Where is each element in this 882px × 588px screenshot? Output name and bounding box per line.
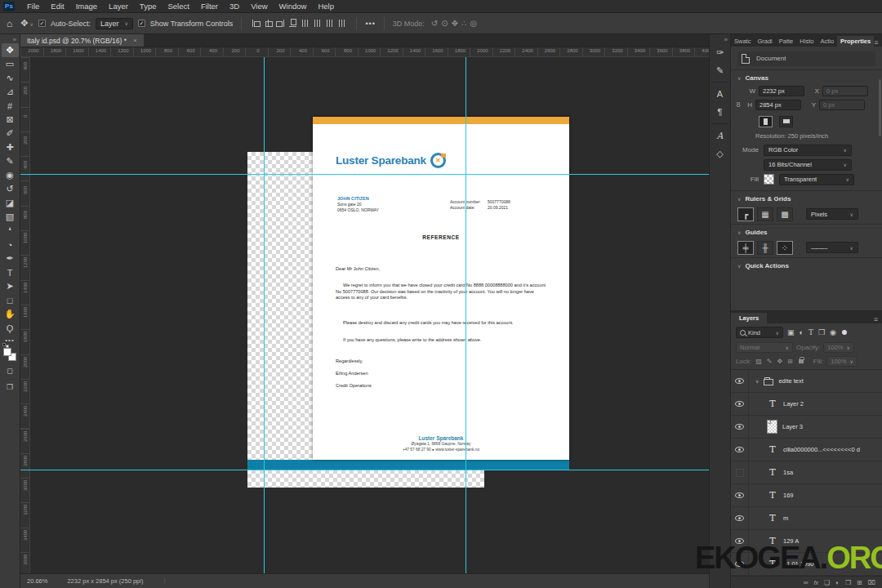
- glyphs-panel-icon[interactable]: A: [711, 127, 729, 145]
- layer-row[interactable]: TLayer 2: [731, 393, 882, 416]
- show-transform-checkbox[interactable]: ✓: [138, 20, 145, 27]
- layer-name[interactable]: cilla0000000...<<<<<<<<0 d: [783, 446, 860, 453]
- distribute-gaps-icon[interactable]: [337, 19, 346, 28]
- grid-toggle-icon[interactable]: ▦: [757, 207, 773, 221]
- foreground-color-swatch[interactable]: [3, 348, 11, 356]
- delete-layer-icon[interactable]: ⌧: [868, 579, 875, 586]
- status-menu-arrow-icon[interactable]: 〉: [163, 577, 169, 586]
- menu-select[interactable]: Select: [162, 0, 194, 12]
- visibility-cell[interactable]: [731, 507, 749, 529]
- menu-type[interactable]: Type: [134, 0, 163, 12]
- menu-3d[interactable]: 3D: [224, 0, 245, 12]
- filter-smart-objects-icon[interactable]: ◉: [830, 328, 836, 336]
- filter-shape-layers-icon[interactable]: ❒: [818, 328, 825, 336]
- distribute-left-icon[interactable]: [301, 19, 310, 28]
- ruler-units-dropdown[interactable]: Pixels∨: [806, 208, 858, 220]
- lock-guides-icon[interactable]: ╫: [757, 241, 773, 255]
- panel-tab-patte[interactable]: Patte: [776, 36, 797, 47]
- document-tab[interactable]: Italy id.psd @ 20.7% (RGB/16) * ×: [20, 34, 144, 47]
- dodge-tool[interactable]: ◔: [2, 238, 19, 252]
- show-guides-icon[interactable]: ╪: [737, 241, 754, 255]
- visibility-cell[interactable]: [731, 370, 749, 392]
- eraser-tool[interactable]: ◪: [2, 196, 19, 210]
- layers-tab[interactable]: Layers: [731, 313, 767, 323]
- eye-icon[interactable]: [735, 492, 744, 498]
- link-layers-icon[interactable]: ∞: [804, 579, 808, 586]
- document-page[interactable]: Luster Sparebank ✕ JOHN CITIZEN Sons gat…: [313, 117, 569, 460]
- layer-name[interactable]: 169: [783, 492, 794, 499]
- move-tool-options-icon[interactable]: ✥∨: [20, 18, 33, 29]
- eye-icon[interactable]: [735, 424, 744, 430]
- character-panel-icon[interactable]: A: [711, 85, 729, 103]
- distribute-center-icon[interactable]: [313, 19, 322, 28]
- color-swatches[interactable]: [3, 348, 16, 361]
- fill-swatch[interactable]: [764, 174, 774, 185]
- visibility-cell[interactable]: [731, 461, 749, 483]
- smart-guides-icon[interactable]: ⁘: [777, 241, 793, 255]
- guide-vertical[interactable]: [264, 57, 265, 573]
- 3d-scale-icon[interactable]: ◎: [470, 19, 477, 28]
- scrollbar[interactable]: [879, 79, 881, 136]
- eyedropper-tool[interactable]: ✐: [2, 127, 19, 140]
- align-bottom-edges-icon[interactable]: [288, 19, 297, 28]
- panel-tab-swatc[interactable]: Swatc: [731, 36, 754, 47]
- eye-icon[interactable]: [735, 378, 744, 384]
- menu-window[interactable]: Window: [274, 0, 313, 12]
- visibility-cell[interactable]: [731, 393, 749, 415]
- layer-row[interactable]: Tm: [731, 507, 882, 530]
- color-mode-dropdown[interactable]: RGB Color∨: [764, 145, 852, 156]
- visibility-cell[interactable]: [731, 484, 749, 506]
- menu-edit[interactable]: Edit: [45, 0, 69, 12]
- layer-name[interactable]: Layer 3: [782, 423, 803, 430]
- paragraph-panel-icon[interactable]: ¶: [711, 103, 729, 121]
- guide-horizontal[interactable]: [20, 174, 709, 175]
- 3d-drag-icon[interactable]: ✥: [452, 19, 458, 28]
- history-brush-tool[interactable]: ↺: [2, 182, 19, 196]
- canvas-section-header[interactable]: ∨Canvas: [731, 69, 882, 84]
- guide-horizontal[interactable]: [20, 470, 709, 470]
- quick-mask-icon[interactable]: ◻: [2, 363, 19, 377]
- gradient-tool[interactable]: ▧: [2, 210, 19, 224]
- auto-select-checkbox[interactable]: ✓: [38, 20, 46, 27]
- properties-document-row[interactable]: Document: [737, 51, 875, 66]
- menu-filter[interactable]: Filter: [195, 0, 224, 12]
- lock-transparency-icon[interactable]: ▨: [755, 358, 762, 365]
- lasso-tool[interactable]: ∿: [2, 71, 19, 85]
- adjustment-layer-icon[interactable]: ◐: [835, 579, 840, 586]
- rulers-grids-section-header[interactable]: ∨Rulers & Grids: [731, 190, 882, 205]
- panel-tab-histo[interactable]: Histo: [796, 36, 817, 47]
- portrait-orientation-button[interactable]: [759, 116, 773, 127]
- more-options-icon[interactable]: •••: [365, 20, 375, 28]
- zoom-level[interactable]: 20.66%: [27, 577, 47, 585]
- new-layer-icon[interactable]: ⊞: [857, 579, 862, 586]
- filter-kind-dropdown[interactable]: Kind∨: [736, 327, 783, 338]
- guide-style-dropdown[interactable]: ———∨: [806, 242, 858, 253]
- layer-name[interactable]: 1sa: [783, 469, 793, 476]
- brushes-icon[interactable]: ✎: [711, 61, 729, 79]
- menu-help[interactable]: Help: [312, 0, 340, 12]
- menu-image[interactable]: Image: [70, 0, 103, 12]
- lock-all-icon[interactable]: [799, 359, 804, 363]
- visibility-cell[interactable]: [731, 439, 749, 461]
- edit-toolbar-icon[interactable]: •••: [5, 336, 14, 344]
- brush-tool[interactable]: ✎: [2, 154, 19, 168]
- brush-settings-icon[interactable]: ✑: [711, 43, 729, 61]
- menu-layer[interactable]: Layer: [103, 0, 134, 12]
- photoshop-logo-icon[interactable]: Ps: [3, 2, 15, 11]
- align-horizontal-centers-icon[interactable]: [264, 19, 273, 28]
- filter-adjustment-layers-icon[interactable]: ◐: [800, 328, 804, 336]
- blur-tool[interactable]: ❛: [2, 224, 19, 238]
- collapse-toolbar-icon[interactable]: »: [13, 34, 20, 43]
- layer-name[interactable]: Layer 2: [783, 400, 804, 408]
- zoom-tool[interactable]: Ϙ: [2, 321, 19, 335]
- lock-position-icon[interactable]: ✥: [777, 358, 782, 365]
- frame-tool[interactable]: ⊠: [2, 113, 19, 127]
- link-dimensions-icon[interactable]: 8: [734, 100, 742, 109]
- path-selection-tool[interactable]: ➤: [2, 279, 19, 293]
- filter-pixel-layers-icon[interactable]: ▣: [787, 328, 795, 336]
- quick-actions-section-header[interactable]: ∨Quick Actions: [731, 257, 882, 272]
- lock-pixels-icon[interactable]: ✎: [767, 358, 773, 365]
- materials-panel-icon[interactable]: ◇: [711, 145, 729, 163]
- eye-icon[interactable]: [735, 401, 744, 407]
- crop-tool[interactable]: #: [2, 99, 19, 113]
